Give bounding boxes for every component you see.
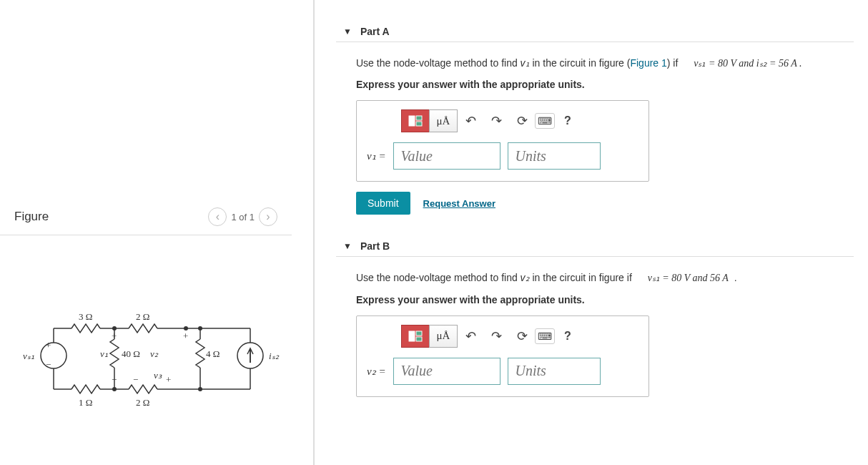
label-2ohm-top: 2 Ω bbox=[136, 311, 149, 322]
part-a-value-input[interactable] bbox=[393, 142, 500, 170]
units-symbol-button[interactable]: μÅ bbox=[429, 325, 458, 348]
part-b-title: Part B bbox=[360, 240, 390, 252]
label-plus-src: + bbox=[46, 340, 51, 351]
part-a-title: Part A bbox=[360, 26, 390, 37]
svg-point-20 bbox=[112, 387, 117, 391]
templates-button[interactable] bbox=[401, 109, 430, 132]
var-v2: v₂ bbox=[521, 272, 530, 283]
part-b-toolbar: μÅ ↶ ↷ ⟳ ⌨ ? bbox=[401, 325, 638, 348]
part-b-value-input[interactable] bbox=[393, 358, 500, 385]
figure-nav-text: 1 of 1 bbox=[231, 212, 255, 222]
label-vs1: vₛ₁ bbox=[23, 351, 34, 361]
label-v1: v₁ bbox=[100, 348, 108, 359]
figure-header: Figure ‹ 1 of 1 › bbox=[0, 207, 292, 235]
svg-point-9 bbox=[41, 343, 66, 368]
part-b-units-input[interactable] bbox=[508, 358, 601, 385]
figure-nav: ‹ 1 of 1 › bbox=[208, 207, 277, 226]
part-b: ▼ Part B Use the node-voltage method to … bbox=[336, 236, 854, 396]
figure-title: Figure bbox=[14, 210, 49, 224]
var-v1: v₁ bbox=[521, 57, 530, 69]
keyboard-icon[interactable]: ⌨ bbox=[535, 328, 555, 344]
part-a-units-input[interactable] bbox=[508, 142, 601, 170]
part-b-answer-row: v₂ = bbox=[367, 358, 638, 385]
part-a-request-link[interactable]: Request Answer bbox=[423, 198, 495, 209]
chevron-down-icon: ▼ bbox=[343, 26, 352, 36]
figure-prev-button[interactable]: ‹ bbox=[208, 207, 227, 226]
label-v3-minus: − bbox=[133, 374, 138, 385]
help-icon[interactable]: ? bbox=[555, 325, 581, 348]
part-a-express: Express your answer with the appropriate… bbox=[356, 79, 848, 90]
reset-icon[interactable]: ⟳ bbox=[509, 325, 535, 348]
label-v3: v₃ bbox=[154, 370, 162, 381]
reset-icon[interactable]: ⟳ bbox=[509, 109, 535, 132]
chevron-down-icon: ▼ bbox=[343, 241, 352, 251]
svg-rect-26 bbox=[416, 122, 422, 126]
part-a-submit-button[interactable]: Submit bbox=[356, 192, 410, 215]
figure-next-button[interactable]: › bbox=[259, 207, 277, 226]
label-40ohm: 40 Ω bbox=[122, 348, 140, 359]
svg-rect-28 bbox=[416, 331, 422, 336]
help-icon[interactable]: ? bbox=[555, 109, 581, 132]
label-v1-plus: + bbox=[112, 331, 117, 341]
circuit-diagram: 3 Ω 2 Ω 40 Ω 4 Ω 1 Ω 2 Ω vₛ₁ v₁ v₂ v₃ iₛ… bbox=[14, 300, 313, 416]
questions-panel: ▼ Part A Use the node-voltage method to … bbox=[315, 0, 868, 465]
part-b-entry: μÅ ↶ ↷ ⟳ ⌨ ? v₂ = bbox=[356, 315, 649, 397]
label-1ohm: 1 Ω bbox=[79, 397, 92, 408]
keyboard-icon[interactable]: ⌨ bbox=[535, 113, 555, 129]
undo-icon[interactable]: ↶ bbox=[458, 109, 483, 132]
figure-panel: Figure ‹ 1 of 1 › bbox=[0, 0, 315, 465]
part-a-toolbar: μÅ ↶ ↷ ⟳ ⌨ ? bbox=[401, 109, 638, 132]
label-2ohm-bot: 2 Ω bbox=[136, 397, 149, 408]
label-v1-minus: − bbox=[112, 374, 117, 385]
templates-button[interactable] bbox=[401, 325, 430, 348]
units-symbol-button[interactable]: μÅ bbox=[429, 109, 458, 132]
part-b-var-label: v₂ = bbox=[367, 365, 386, 378]
label-is2: iₛ₂ bbox=[269, 351, 280, 361]
part-b-instruction: Use the node-voltage method to find v₂ i… bbox=[356, 270, 848, 286]
part-a-header[interactable]: ▼ Part A bbox=[336, 21, 854, 42]
part-a-instruction: Use the node-voltage method to find v₁ i… bbox=[356, 55, 848, 72]
part-a-entry: μÅ ↶ ↷ ⟳ ⌨ ? v₁ = bbox=[356, 100, 649, 182]
label-v2-plus: + bbox=[183, 331, 188, 341]
label-3ohm: 3 Ω bbox=[79, 311, 92, 322]
label-minus-src: − bbox=[46, 359, 51, 370]
part-a-answer-row: v₁ = bbox=[367, 142, 638, 170]
part-a-submit-row: Submit Request Answer bbox=[356, 192, 848, 215]
svg-point-22 bbox=[198, 387, 202, 391]
part-b-header[interactable]: ▼ Part B bbox=[336, 236, 854, 257]
label-v2: v₂ bbox=[150, 348, 159, 359]
part-a-var-label: v₁ = bbox=[367, 150, 386, 162]
part-b-express: Express your answer with the appropriate… bbox=[356, 294, 848, 305]
svg-rect-29 bbox=[416, 337, 422, 341]
svg-rect-24 bbox=[409, 116, 415, 126]
redo-icon[interactable]: ↷ bbox=[483, 109, 509, 132]
part-a-body: Use the node-voltage method to find v₁ i… bbox=[336, 42, 854, 215]
undo-icon[interactable]: ↶ bbox=[458, 325, 483, 348]
svg-rect-27 bbox=[409, 331, 415, 341]
redo-icon[interactable]: ↷ bbox=[483, 325, 509, 348]
part-b-given: vₛ₁ = 80 V and 56 A bbox=[648, 273, 729, 283]
part-a: ▼ Part A Use the node-voltage method to … bbox=[336, 21, 854, 215]
label-v3-plus: + bbox=[166, 374, 171, 385]
part-a-given: vₛ₁ = 80 V and iₛ₂ = 56 A . bbox=[694, 58, 802, 69]
part-b-body: Use the node-voltage method to find v₂ i… bbox=[336, 257, 854, 396]
label-4ohm: 4 Ω bbox=[206, 348, 220, 359]
figure-link[interactable]: Figure 1 bbox=[630, 57, 666, 69]
svg-rect-25 bbox=[416, 116, 422, 120]
svg-point-23 bbox=[198, 326, 202, 331]
